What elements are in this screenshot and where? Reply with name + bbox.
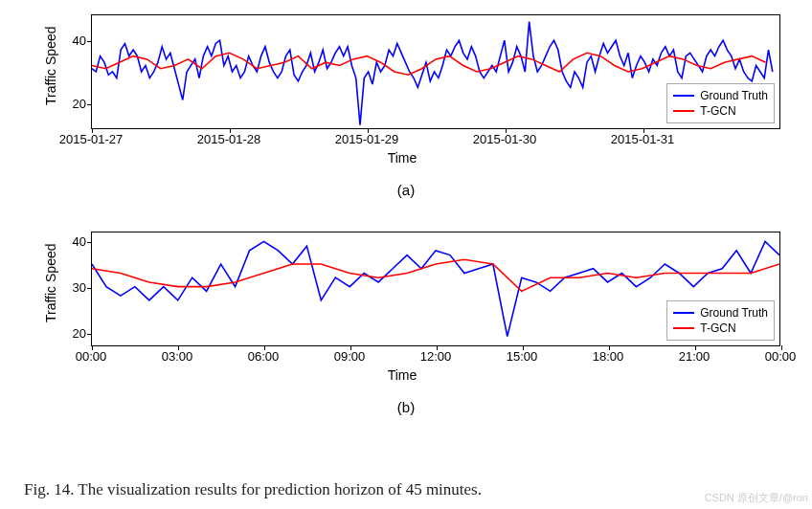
legend-label-gt-b: Ground Truth (700, 306, 768, 320)
ytick: 40 (73, 233, 86, 248)
watermark: CSDN 原创文章/@ron (705, 491, 808, 505)
plot-area-a: Ground Truth T-GCN (91, 14, 780, 129)
legend-swatch-gt-b (673, 312, 694, 314)
xtick: 09:00 (334, 349, 366, 364)
legend-b: Ground Truth T-GCN (666, 300, 775, 341)
legend-label-tg-a: T-GCN (700, 104, 735, 118)
ylabel-a: Traffic Speed (43, 27, 58, 106)
legend-row-gt-b: Ground Truth (673, 305, 768, 321)
xtick: 18:00 (593, 349, 624, 364)
legend-row-tg-b: T-GCN (673, 321, 768, 336)
legend-label-gt-a: Ground Truth (700, 89, 768, 102)
xtick: 2015-01-29 (335, 132, 399, 146)
xtick: 15:00 (507, 349, 538, 364)
subplot-label-a: (a) (24, 182, 788, 198)
xlabel-a: Time (388, 150, 417, 166)
legend-a: Ground Truth T-GCN (666, 83, 775, 123)
ytick: 30 (73, 279, 86, 294)
xtick: 03:00 (162, 349, 193, 364)
subplot-label-b: (b) (24, 399, 788, 415)
chart-b: Traffic Speed Ground Truth T-GCN Time 20… (24, 227, 780, 394)
chart-a: Traffic Speed Ground Truth T-GCN Time 20… (24, 10, 780, 177)
xtick: 2015-01-31 (611, 132, 675, 146)
ytick: 20 (73, 97, 86, 111)
xtick: 2015-01-30 (473, 132, 537, 146)
xtick: 00:00 (76, 349, 107, 364)
xtick: 2015-01-28 (197, 132, 261, 146)
xtick: 2015-01-27 (59, 132, 124, 146)
figure-caption: Fig. 14. The visualization results for p… (24, 480, 788, 499)
ytick: 40 (73, 33, 86, 47)
legend-swatch-tg-a (673, 110, 694, 112)
legend-row-tg-a: T-GCN (673, 103, 768, 119)
legend-label-tg-b: T-GCN (700, 321, 735, 335)
xlabel-b: Time (388, 367, 417, 383)
legend-swatch-tg-b (673, 327, 694, 329)
xtick: 06:00 (248, 349, 280, 364)
legend-row-gt-a: Ground Truth (673, 88, 768, 103)
ytick: 20 (73, 325, 86, 340)
legend-swatch-gt-a (673, 95, 694, 97)
xtick: 00:00 (765, 349, 797, 364)
series-line (92, 259, 779, 291)
plot-area-b: Ground Truth T-GCN (91, 232, 780, 346)
ylabel-b: Traffic Speed (43, 244, 58, 323)
xtick: 12:00 (420, 349, 452, 364)
xtick: 21:00 (679, 349, 710, 364)
